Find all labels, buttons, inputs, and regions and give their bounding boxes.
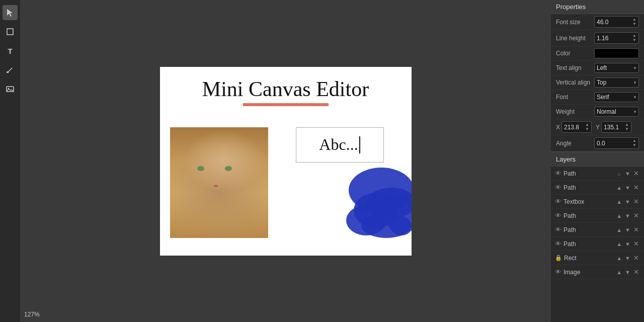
layer-actions: ▲ ▼ ✕ [615,169,640,178]
svg-rect-1 [7,29,13,35]
layer-down-btn[interactable]: ▼ [624,170,631,177]
line-height-up[interactable]: ▲ [632,34,636,38]
layer-up-btn[interactable]: ▲ [615,255,623,262]
layer-down-btn[interactable]: ▼ [624,255,631,262]
angle-row: Angle 0.0 ▲ ▼ [551,135,644,151]
vertical-align-label: Vertical align [556,79,591,86]
select-tool[interactable] [3,5,18,20]
font-size-input[interactable]: 46.0 ▲ ▼ [594,16,639,28]
layer-row[interactable]: 🔒 Rect ▲ ▼ ✕ [551,251,644,265]
eye-icon[interactable]: 👁 [555,212,561,219]
eye-icon[interactable]: 👁 [555,268,561,276]
text-align-wrapper: Left Center Right Justify ▼ [594,63,639,73]
layer-down-btn[interactable]: ▼ [624,269,631,276]
layer-row[interactable]: 👁 Path ▲ ▼ ✕ [551,237,644,251]
layer-delete-btn[interactable]: ✕ [632,225,640,234]
lock-icon[interactable]: 🔒 [555,255,562,261]
layer-name: Image [564,269,613,276]
layer-delete-btn[interactable]: ✕ [632,183,640,192]
layer-up-btn[interactable]: ▲ [615,240,623,248]
font-row: Font Serif Sans-serif Monospace ▼ [551,90,644,105]
font-size-row: Font size 46.0 ▲ ▼ [551,14,644,30]
layer-up-btn[interactable]: ▲ [615,269,623,276]
layer-delete-btn[interactable]: ✕ [632,239,640,248]
vertical-align-row: Vertical align Top Middle Bottom ▼ [551,75,644,90]
vertical-align-select[interactable]: Top Middle Bottom [594,77,639,88]
layer-row[interactable]: 👁 Path ▲ ▼ ✕ [551,223,644,237]
x-input[interactable]: 213.8 ▲ ▼ [561,121,592,133]
layer-delete-btn[interactable]: ✕ [632,268,640,276]
layer-row[interactable]: 👁 Path ▲ ▼ ✕ [551,167,644,181]
properties-section: Properties Font size 46.0 ▲ ▼ Line heigh… [551,0,644,151]
layer-delete-btn[interactable]: ✕ [632,169,640,178]
weight-select[interactable]: Normal Bold Light [594,107,639,117]
x-down[interactable]: ▼ [585,127,589,131]
text-tool[interactable]: T [3,43,18,58]
y-up[interactable]: ▲ [625,123,629,127]
image-tool[interactable] [3,82,18,97]
cat-image [170,127,268,238]
text-align-select[interactable]: Left Center Right Justify [594,63,639,73]
y-value: 135.1 [604,124,619,131]
weight-select-wrapper: Normal Bold Light ▼ [594,107,639,117]
layer-up-btn[interactable]: ▲ [615,184,623,191]
color-swatch[interactable] [594,48,639,58]
font-label: Font [556,94,591,101]
eye-icon[interactable]: 👁 [555,226,561,233]
angle-up[interactable]: ▲ [632,139,636,143]
squiggle-shape [341,248,401,256]
layer-down-btn[interactable]: ▼ [624,226,631,233]
layer-down-btn[interactable]: ▼ [624,184,631,191]
properties-header: Properties [551,0,644,14]
layer-down-btn[interactable]: ▼ [624,240,631,248]
zoom-label: 127% [24,311,40,318]
layer-actions: ▲ ▼ ✕ [615,211,640,220]
layer-row[interactable]: 👁 Image ▲ ▼ ✕ [551,265,644,279]
layer-up-btn[interactable]: ▲ [615,198,623,205]
canvas[interactable]: Mini Canvas Editor Abc... [160,67,412,256]
eye-icon[interactable]: 👁 [555,198,561,205]
pen-tool[interactable] [3,62,18,77]
font-select[interactable]: Serif Sans-serif Monospace [594,92,639,102]
layer-row[interactable]: 👁 Path ▲ ▼ ✕ [551,181,644,195]
font-size-down[interactable]: ▼ [632,22,636,26]
angle-label: Angle [556,140,591,147]
layers-section: Layers 👁 Path ▲ ▼ ✕ 👁 Path ▲ ▼ ✕ 👁 Textb… [551,151,644,322]
line-height-input[interactable]: 1.16 ▲ ▼ [594,32,639,44]
textbox-element[interactable]: Abc... [296,127,384,163]
xy-row: X 213.8 ▲ ▼ Y 135.1 ▲ ▼ [551,119,644,135]
font-size-value: 46.0 [597,19,608,26]
line-height-spinner[interactable]: ▲ ▼ [632,34,636,42]
layer-row[interactable]: 👁 Textbox ▲ ▼ ✕ [551,195,644,209]
angle-input[interactable]: 0.0 ▲ ▼ [594,137,639,149]
line-height-down[interactable]: ▼ [632,38,636,42]
svg-marker-0 [7,9,13,17]
toolbar: T [0,0,20,322]
layer-down-btn[interactable]: ▼ [624,212,631,219]
angle-down[interactable]: ▼ [632,143,636,147]
layer-delete-btn[interactable]: ✕ [632,211,640,220]
x-up[interactable]: ▲ [585,123,589,127]
line-height-label: Line height [556,35,591,42]
layer-actions: ▲ ▼ ✕ [615,254,640,262]
eye-icon[interactable]: 👁 [555,240,561,248]
line-height-value: 1.16 [597,35,608,42]
font-size-spinner[interactable]: ▲ ▼ [632,18,636,26]
eye-icon[interactable]: 👁 [555,184,561,191]
textbox-text: Abc... [319,135,358,154]
layer-down-btn[interactable]: ▼ [624,198,631,205]
rect-tool[interactable] [3,24,18,39]
layer-actions: ▲ ▼ ✕ [615,268,640,276]
layer-up-btn[interactable]: ▲ [615,212,623,219]
layer-delete-btn[interactable]: ✕ [632,197,640,206]
eye-icon[interactable]: 👁 [555,170,561,177]
font-size-up[interactable]: ▲ [632,18,636,22]
vertical-align-wrapper: Top Middle Bottom ▼ [594,77,639,88]
y-down[interactable]: ▼ [625,127,629,131]
layer-delete-btn[interactable]: ✕ [632,254,640,262]
text-align-label: Text align [556,64,591,71]
y-input[interactable]: 135.1 ▲ ▼ [601,121,631,133]
layer-row[interactable]: 👁 Path ▲ ▼ ✕ [551,209,644,223]
weight-label: Weight [556,108,591,115]
layer-up-btn[interactable]: ▲ [615,226,623,233]
